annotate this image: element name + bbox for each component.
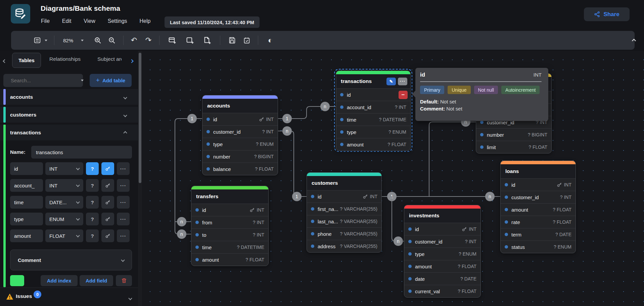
table-header[interactable]: loans: [501, 164, 576, 178]
table-more-button[interactable]: ···: [398, 78, 407, 85]
table-field-row[interactable]: limit? FLOAT: [476, 141, 551, 153]
table-header[interactable]: customers: [307, 176, 381, 190]
table-field-row[interactable]: status? ENUM: [501, 241, 576, 253]
table-field-row[interactable]: from? INT: [191, 216, 268, 228]
table-field-row[interactable]: term? DATE: [501, 228, 576, 241]
table-field-row[interactable]: id−: [336, 88, 410, 101]
sidebar-table-accounts[interactable]: accounts: [0, 89, 138, 105]
tab-tables[interactable]: Tables: [12, 53, 41, 68]
layout-caret-icon[interactable]: [44, 31, 48, 50]
table-field-row[interactable]: amount? FLOAT: [336, 138, 410, 150]
field-more-options-button[interactable]: ···: [117, 213, 130, 225]
table-accounts[interactable]: accountsidINTcustomer_id? INTtype? ENUMn…: [202, 95, 278, 175]
field-type-select[interactable]: FLOAT: [45, 229, 83, 242]
field-type-select[interactable]: ENUM: [45, 213, 83, 225]
table-field-row[interactable]: to? INT: [191, 228, 268, 241]
field-more-options-button[interactable]: ···: [117, 179, 130, 192]
table-field-row[interactable]: customer_id? INT: [501, 191, 576, 203]
table-field-row[interactable]: amount? FLOAT: [191, 253, 268, 266]
table-header[interactable]: transfers: [191, 189, 268, 204]
field-nullable-toggle[interactable]: ?: [86, 213, 99, 225]
relationship-line[interactable]: [429, 122, 476, 196]
table-header[interactable]: transactions✎···: [336, 74, 410, 88]
add-area-icon[interactable]: [185, 31, 195, 50]
undo-icon[interactable]: ↶: [129, 31, 139, 50]
table-field-row[interactable]: amount? FLOAT: [404, 260, 480, 272]
delete-field-button[interactable]: −: [399, 91, 408, 99]
table-field-row[interactable]: number? BIGINT: [202, 150, 278, 163]
field-name-input[interactable]: id: [10, 162, 43, 175]
save-icon[interactable]: [227, 31, 237, 50]
add-field-button[interactable]: Add field: [80, 275, 113, 286]
table-field-row[interactable]: type? ENUM: [336, 126, 410, 138]
table-field-row[interactable]: amount? FLOAT: [501, 203, 576, 216]
search-caret-icon[interactable]: [81, 80, 84, 81]
add-table-button[interactable]: + Add table: [90, 74, 132, 87]
tabs-scroll-left-icon[interactable]: [3, 58, 6, 64]
delete-table-button[interactable]: [116, 275, 132, 286]
table-name-input[interactable]: [31, 146, 132, 159]
search-input[interactable]: [11, 78, 78, 83]
field-name-input[interactable]: time: [10, 196, 43, 209]
menu-item[interactable]: Edit: [62, 18, 72, 24]
search-box[interactable]: [3, 74, 83, 87]
table-header[interactable]: accounts: [202, 99, 278, 113]
field-type-select[interactable]: INT: [45, 162, 83, 175]
zoom-out-icon[interactable]: [107, 31, 117, 50]
table-field-row[interactable]: phone? VARCHAR(255): [307, 227, 381, 240]
menu-item[interactable]: View: [84, 18, 95, 24]
scrollbar-thumb[interactable]: [139, 53, 141, 183]
menu-item[interactable]: File: [41, 18, 50, 24]
field-more-options-button[interactable]: ···: [117, 196, 130, 209]
field-name-input[interactable]: account_: [10, 179, 43, 192]
tabs-scroll-right-icon[interactable]: [130, 58, 133, 64]
accordion-chevron-icon[interactable]: [124, 130, 127, 136]
field-nullable-toggle[interactable]: ?: [86, 179, 99, 192]
field-primary-key-toggle[interactable]: [101, 196, 114, 209]
table-field-row[interactable]: customer_id? INT: [202, 125, 278, 138]
table-header[interactable]: investments: [404, 209, 480, 223]
table-field-row[interactable]: idINT: [202, 113, 278, 125]
theme-toggle-icon[interactable]: ◐: [266, 31, 275, 50]
sidebar-table-customers[interactable]: customers: [0, 107, 138, 123]
menu-item[interactable]: Help: [140, 18, 151, 24]
field-primary-key-toggle[interactable]: [101, 179, 114, 192]
add-note-icon[interactable]: [202, 31, 213, 50]
add-table-icon[interactable]: [167, 31, 178, 50]
table-transactions[interactable]: transactions✎···id−account_id? INTtime? …: [336, 71, 411, 151]
table-field-row[interactable]: idINT: [501, 178, 576, 191]
table-loans[interactable]: loansidINTcustomer_id? INTamount? FLOATr…: [500, 161, 576, 253]
table-customers[interactable]: customersidINTfirst_na...? VARCHAR(255)l…: [307, 172, 382, 253]
share-button[interactable]: Share: [584, 7, 630, 21]
field-primary-key-toggle[interactable]: [101, 162, 114, 175]
table-transfers[interactable]: transfersidINTfrom? INTto? INTtime? DATE…: [191, 186, 269, 266]
table-field-row[interactable]: idINT: [307, 190, 381, 203]
relationship-line[interactable]: [278, 131, 307, 196]
zoom-caret-icon[interactable]: [80, 31, 84, 50]
field-name-input[interactable]: type: [10, 213, 43, 225]
accordion-chevron-icon[interactable]: [124, 112, 127, 118]
collapse-toolbar-icon[interactable]: [629, 31, 639, 50]
table-field-row[interactable]: number? BIGINT: [476, 128, 551, 141]
field-more-options-button[interactable]: ···: [117, 162, 130, 175]
zoom-level[interactable]: 82%: [61, 31, 76, 50]
table-field-row[interactable]: idINT: [191, 204, 268, 216]
canvas[interactable]: 1nn11nn1nnn id INT PrimaryUniqueNot null…: [142, 51, 644, 306]
table-field-row[interactable]: type? ENUM: [404, 248, 480, 260]
add-index-button[interactable]: Add index: [41, 275, 78, 286]
layout-icon[interactable]: [32, 31, 43, 50]
field-name-input[interactable]: amount: [10, 229, 43, 242]
tab-relationships[interactable]: Relationships: [49, 56, 81, 62]
relationship-line[interactable]: [392, 196, 404, 241]
redo-icon[interactable]: ↷: [144, 31, 153, 50]
table-field-row[interactable]: current_val? FLOAT: [404, 285, 480, 297]
table-field-row[interactable]: account_id? INT: [336, 101, 410, 113]
table-field-row[interactable]: rate? FLOAT: [501, 216, 576, 228]
table-color-swatch[interactable]: [10, 275, 24, 286]
comment-section[interactable]: Comment: [10, 250, 132, 270]
sidebar-scrollbar[interactable]: [138, 51, 142, 306]
table-field-row[interactable]: time? DATETIME: [336, 113, 410, 126]
table-field-row[interactable]: customer_id? INT: [404, 235, 480, 248]
table-field-row[interactable]: balance? FLOAT: [202, 163, 278, 175]
field-primary-key-toggle[interactable]: [101, 229, 114, 242]
